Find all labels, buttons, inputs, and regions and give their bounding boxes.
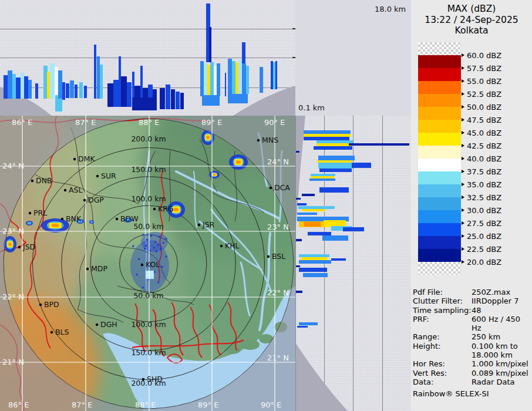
profile-bar [314, 146, 352, 150]
echo-speck [142, 234, 144, 235]
colorscale-band [418, 159, 461, 171]
range-ring-label: 50.0 km [133, 291, 163, 300]
profile-bar [319, 169, 352, 172]
longitude-label: 88° E [135, 400, 156, 409]
profile-bar [242, 42, 245, 63]
scale-value: 45.0 dBZ [467, 129, 501, 137]
metadata-value: 48 [472, 306, 530, 315]
colorscale-label: 50.0 dBZ [462, 102, 501, 112]
city-label: DNB [36, 176, 52, 185]
profile-bar [107, 83, 113, 107]
city-dot [73, 158, 76, 160]
profile-bar [331, 258, 346, 261]
city-dot [142, 378, 144, 380]
profile-bar [171, 89, 175, 109]
profile-bar [132, 97, 157, 110]
scale-value: 50.0 dBZ [467, 103, 501, 112]
echo-speck [159, 236, 160, 238]
echo-speck [154, 271, 156, 273]
range-ring-label: 100.0 km [131, 194, 166, 203]
scale-value: 55.0 dBZ [467, 77, 501, 86]
city-label: DGP [88, 196, 104, 204]
city-label: BDW [120, 214, 139, 223]
city-dot [86, 268, 89, 270]
profile-bar [297, 213, 317, 215]
colorscale-band [418, 184, 461, 197]
radar-display-screen: 18.0 km 0.1 km [0, 0, 532, 411]
city-label: DCA [274, 183, 290, 192]
profile-bar [296, 291, 302, 293]
longitude-label: 86° E [8, 400, 29, 409]
colorscale-label: 47.5 dBZ [462, 115, 501, 124]
profile-gridline [0, 58, 295, 58]
city-label: JSD [22, 242, 35, 251]
metadata-row: Time sampling:48 [413, 306, 530, 315]
profile-bar [166, 85, 170, 109]
scale-arrow-icon [462, 247, 464, 251]
echo-cluster [41, 218, 69, 233]
city-dot [31, 180, 33, 182]
scale-value: 60.0 dBZ [467, 51, 501, 60]
echo-speck [157, 281, 159, 283]
longitude-label: 87° E [75, 118, 96, 127]
metadata-label: Data: [413, 378, 472, 386]
city-label: MNS [262, 136, 278, 144]
echo-speck [163, 242, 164, 244]
metadata-label: Time sampling: [413, 306, 472, 315]
echo-speck [161, 266, 163, 268]
colorscale-label: 55.0 dBZ [462, 76, 501, 86]
scale-value: 52.5 dBZ [467, 90, 501, 99]
metadata-rows: Pdf File:250Z.maxClutter Filter:IIRDoppl… [413, 288, 530, 386]
metadata-label: Clutter Filter: [413, 297, 472, 305]
profile-bar [299, 322, 318, 325]
profile-bar [318, 163, 353, 169]
metadata-label: Vert Res: [413, 369, 472, 378]
ew-height-profile-panel [0, 0, 295, 116]
city-dot [267, 255, 270, 258]
colorscale-band [418, 210, 461, 223]
echo-core-orange [52, 224, 59, 227]
profile-bar [296, 151, 299, 153]
city-label: DMK [78, 154, 95, 163]
metadata-label: Pdf File: [413, 288, 472, 297]
scale-value: 35.0 dBZ [467, 180, 501, 189]
range-ring-label: 100.0 km [131, 320, 166, 329]
colorscale-band [418, 94, 461, 107]
metadata-label: PRF: [413, 315, 472, 333]
profile-bar [297, 203, 307, 206]
radar-map-svg: 86° E87° E88° E89° E90° E86° E87° E88° E… [0, 116, 295, 411]
scale-value: 42.5 dBZ [467, 142, 501, 150]
echo-speck [142, 287, 144, 288]
colorscale-label: 35.0 dBZ [462, 180, 501, 189]
city-dot [39, 304, 42, 306]
scale-arrow-icon [462, 208, 464, 212]
range-ring-label: 150.0 km [131, 348, 166, 357]
echo-cluster [209, 171, 220, 178]
colorscale-band [418, 236, 461, 249]
colorscale-label: 42.5 dBZ [462, 141, 501, 150]
echo-core-orange [213, 174, 216, 176]
scale-arrow-icon [462, 131, 464, 134]
colorscale-band [418, 42, 461, 55]
scale-arrow-icon [462, 144, 464, 147]
city-dot [29, 212, 31, 214]
city-label: JSR [202, 220, 215, 229]
scale-value: 40.0 dBZ [467, 154, 501, 163]
city-dot [198, 224, 200, 226]
profile-bar [180, 93, 184, 109]
colorscale-band [418, 133, 461, 146]
profile-bar [296, 239, 302, 241]
longitude-label: 88° E [139, 118, 159, 127]
profile-bar [209, 27, 211, 62]
legend-panel: MAX (dBZ) 13:22 / 24-Sep-2025 Kolkata 60… [411, 0, 532, 411]
city-dot [257, 139, 260, 142]
profile-bar [260, 67, 263, 93]
colorscale-band [418, 249, 461, 262]
scale-arrow-icon [462, 221, 464, 225]
city-dot [83, 199, 86, 201]
profile-bar [297, 326, 308, 328]
scale-arrow-icon [462, 196, 464, 199]
scale-arrow-icon [462, 118, 464, 122]
product-name: MAX (dBZ) [411, 4, 532, 15]
city-label: SUR [101, 171, 116, 180]
